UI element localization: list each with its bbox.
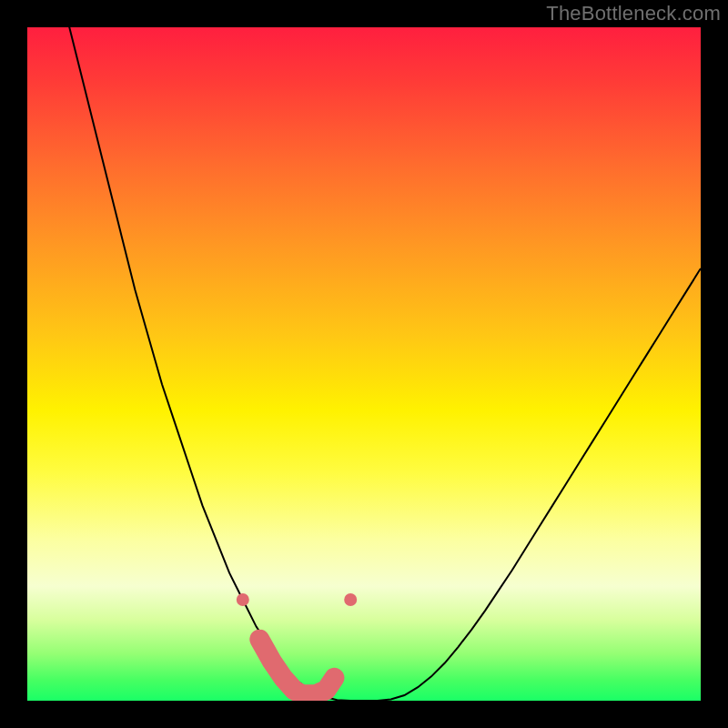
- valley-highlight: [259, 640, 334, 695]
- bottleneck-curve: [27, 0, 701, 701]
- watermark-text: TheBottleneck.com: [546, 2, 721, 25]
- chart-svg: [0, 0, 728, 728]
- marker-dot: [237, 593, 249, 606]
- marker-dot: [344, 593, 357, 606]
- chart-frame: TheBottleneck.com: [0, 0, 728, 728]
